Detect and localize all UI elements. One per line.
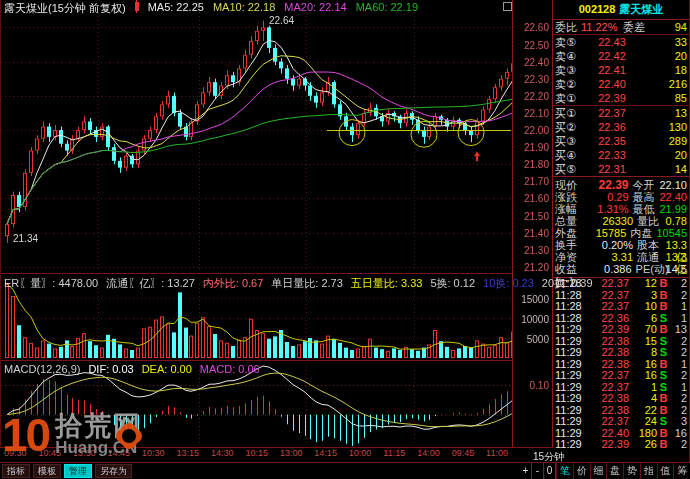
menu-item[interactable]: 指标 — [2, 464, 30, 478]
bottom-left-menu: 指标模板管理另存为 — [2, 464, 132, 478]
tick-count: 2 — [670, 370, 687, 382]
info-row: 涨幅1.31%最低21.99 — [553, 203, 689, 215]
tab-指[interactable]: 指 — [640, 463, 657, 479]
info-value: 0.78 — [666, 215, 687, 227]
quote-header[interactable]: 002128露天煤业 — [553, 0, 689, 20]
axis-tick-label: 22.00 — [524, 125, 549, 136]
tick-count: 2 — [670, 278, 687, 290]
level-label: 卖① — [555, 91, 587, 105]
tick-volume: 26 — [629, 439, 657, 451]
level-volume: 20 — [637, 49, 687, 63]
tick-list[interactable]: 11:2822.3712B211:2822.373B211:2822.3710B… — [553, 278, 689, 451]
ask-row[interactable]: 卖①22.3985 — [553, 91, 689, 105]
info-row: 收益(一)0.386PE(动)14.5 — [553, 263, 689, 275]
chart-region[interactable]: 露天煤业(15分钟 前复权) MA5: 22.25MA10: 22.18MA20… — [0, 0, 512, 447]
ask-levels: 卖⑤22.4333卖④22.4220卖③22.4118卖②22.40216卖①2… — [553, 35, 689, 106]
level-price: 22.40 — [587, 77, 637, 91]
level-volume: 14 — [637, 162, 687, 176]
tick-direction: B — [657, 439, 670, 451]
tick-row: 11:2822.3710B1 — [553, 301, 689, 313]
level-label: 卖⑤ — [555, 35, 587, 49]
level-volume: 18 — [637, 63, 687, 77]
level-label: 买④ — [555, 148, 587, 162]
info-value: 10545 — [656, 227, 687, 239]
maximize-icon[interactable] — [503, 2, 512, 11]
time-label: 13:15 — [176, 448, 199, 462]
tick-price: 22.39 — [589, 439, 629, 451]
tab-筹[interactable]: 筹 — [673, 463, 690, 479]
ask-row[interactable]: 卖⑤22.4333 — [553, 35, 689, 49]
tab-细[interactable]: 细 — [590, 463, 607, 479]
tab-bar: 笔价细盘势指值筹 — [556, 463, 690, 479]
info-label: 涨幅 — [555, 203, 591, 215]
volume-indicator-value: 20换: 0.39 — [542, 276, 593, 291]
watermark-ten: 10 — [2, 413, 49, 457]
info-label: 总量 — [555, 215, 593, 227]
main-chart-canvas[interactable] — [1, 0, 513, 447]
level-volume: 20 — [637, 148, 687, 162]
volume-indicator-value: 内外比: 0.67 — [203, 276, 264, 291]
ask-row[interactable]: 卖②22.40216 — [553, 77, 689, 91]
tick-time: 11:29 — [555, 324, 589, 336]
level-label: 买⑤ — [555, 162, 587, 176]
bid-row[interactable]: 买③22.35289 — [553, 134, 689, 148]
quote-panel: 002128露天煤业 委比 11.22% 委差 94 卖⑤22.4333卖④22… — [553, 0, 690, 462]
tab-盘[interactable]: 盘 — [606, 463, 623, 479]
info-value: 0.386 — [592, 263, 631, 275]
info-label: 今开 — [633, 179, 660, 191]
bid-row[interactable]: 买②22.36130 — [553, 120, 689, 134]
level-label: 卖③ — [555, 63, 587, 77]
tab-笔[interactable]: 笔 — [556, 463, 573, 479]
tick-count: 2 — [670, 439, 687, 451]
info-value: 22.40 — [659, 191, 687, 203]
level-label: 买① — [555, 106, 587, 120]
tick-row: 11:2922.388S2 — [553, 347, 689, 359]
info-row: 外盘15785内盘10545 — [553, 227, 689, 239]
axis-tick-label: 21.20 — [524, 262, 549, 273]
ma-value: MA5: 22.25 — [148, 1, 204, 16]
info-value: 26330 — [593, 215, 633, 227]
menu-item[interactable]: 另存为 — [95, 464, 132, 478]
weibi-value: 11.22% — [581, 20, 623, 34]
info-label: 净资 — [555, 251, 593, 263]
tick-price: 22.38 — [589, 393, 629, 405]
chart-title: 露天煤业(15分钟 前复权) — [4, 1, 126, 16]
bid-row[interactable]: 买⑤22.3114 — [553, 162, 689, 176]
tab-值[interactable]: 值 — [657, 463, 674, 479]
bid-row[interactable]: 买④22.3320 — [553, 148, 689, 162]
zoom-button[interactable]: 0 — [544, 463, 556, 479]
level-volume: 289 — [637, 134, 687, 148]
macd-indicator-value: MACD(12,26,9) — [4, 363, 80, 375]
menu-item[interactable]: 模板 — [33, 464, 61, 478]
info-value: 13.3亿 — [666, 239, 687, 251]
tick-time: 11:29 — [555, 347, 589, 359]
time-label: 10:00 — [349, 448, 372, 462]
axis-tick-label: 5000 — [527, 334, 549, 345]
info-label: 外盘 — [555, 227, 590, 239]
axis-tick-label: 21.60 — [524, 193, 549, 204]
ask-row[interactable]: 卖③22.4118 — [553, 63, 689, 77]
volume-indicator-value: ER〖量〗: 4478.00 — [4, 276, 98, 291]
zoom-button[interactable]: + — [520, 463, 532, 479]
tick-direction: B — [657, 278, 670, 290]
time-label: 11:15 — [383, 448, 405, 462]
tick-price: 22.37 — [589, 370, 629, 382]
tab-势[interactable]: 势 — [623, 463, 640, 479]
tick-volume: 24 — [629, 416, 657, 428]
zoom-button[interactable]: - — [532, 463, 544, 479]
level-price: 22.39 — [587, 91, 637, 105]
tab-价[interactable]: 价 — [573, 463, 590, 479]
level-label: 卖④ — [555, 49, 587, 63]
axis-tick-label: 21.80 — [524, 159, 549, 170]
time-label: 13:00 — [280, 448, 303, 462]
bid-row[interactable]: 买①22.3713 — [553, 106, 689, 120]
ask-row[interactable]: 卖④22.4220 — [553, 49, 689, 63]
tick-direction: B — [657, 301, 670, 313]
info-label: 涨跌 — [555, 191, 591, 203]
level-price: 22.31 — [587, 162, 637, 176]
info-label: 最高 — [633, 191, 660, 203]
menu-item[interactable]: 管理 — [64, 464, 92, 478]
tick-volume: 12 — [629, 278, 657, 290]
bottom-right-bar: +-0 笔价细盘势指值筹 — [520, 463, 690, 479]
info-row: 现价22.39今开22.10 — [553, 179, 689, 191]
